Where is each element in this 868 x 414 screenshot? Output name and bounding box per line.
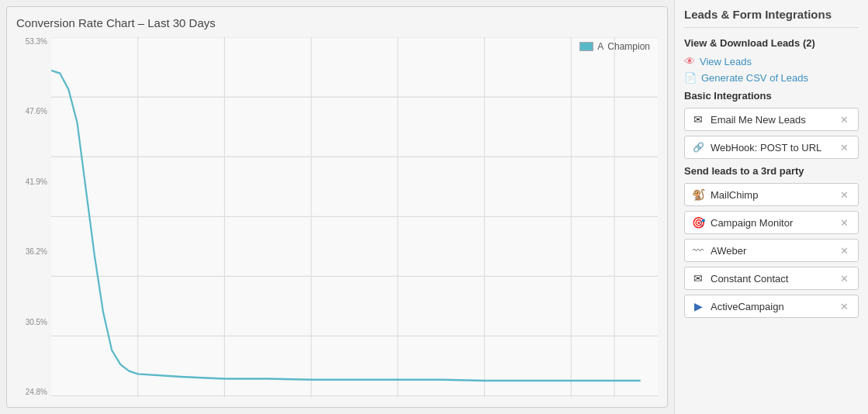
aweber-button[interactable]: 〰 AWeber ✕ (684, 239, 859, 262)
webhook-icon: 🔗 (691, 140, 705, 154)
legend-color (579, 42, 593, 51)
legend-letter: A (597, 41, 603, 52)
aweber-icon: 〰 (691, 243, 705, 257)
view-leads-link[interactable]: 👁 View Leads (684, 55, 859, 67)
webhook-close[interactable]: ✕ (837, 141, 852, 154)
eye-icon: 👁 (684, 55, 695, 67)
csv-icon: 📄 (684, 72, 697, 84)
y-axis: 53.3% 47.6% 41.9% 36.2% 30.5% 24.8% (16, 37, 51, 398)
y-label-4: 30.5% (26, 318, 47, 326)
chart-title: Conversion Rate Chart – Last 30 Days (16, 16, 658, 29)
email-leads-close[interactable]: ✕ (837, 113, 852, 126)
y-label-1: 47.6% (26, 107, 47, 116)
legend-label: Champion (607, 41, 650, 52)
mailchimp-button[interactable]: 🐒 MailChimp ✕ (684, 183, 859, 206)
aweber-label: AWeber (711, 245, 832, 257)
campaign-monitor-button[interactable]: 🎯 Campaign Monitor ✕ (684, 211, 859, 234)
constant-contact-label: Constant Contact (711, 273, 832, 285)
integrations-panel: Leads & Form Integrations View & Downloa… (674, 0, 868, 414)
constant-contact-icon: ✉ (691, 271, 705, 285)
activecampaign-close[interactable]: ✕ (837, 300, 852, 313)
email-leads-button[interactable]: ✉ Email Me New Leads ✕ (684, 108, 859, 131)
chart-svg (51, 37, 658, 398)
y-label-3: 36.2% (26, 247, 47, 256)
thirdparty-section-title: Send leads to a 3rd party (684, 165, 859, 177)
mailchimp-label: MailChimp (711, 189, 832, 201)
activecampaign-label: ActiveCampaign (711, 301, 832, 312)
chart-panel: Conversion Rate Chart – Last 30 Days 53.… (6, 6, 668, 408)
chart-container: 53.3% 47.6% 41.9% 36.2% 30.5% 24.8% A Ch… (16, 37, 658, 398)
webhook-label: WebHook: POST to URL (711, 142, 832, 154)
chart-area: A Champion (51, 37, 658, 398)
csv-leads-link[interactable]: 📄 Generate CSV of Leads (684, 72, 859, 84)
mailchimp-close[interactable]: ✕ (837, 188, 852, 202)
view-leads-label: View Leads (700, 56, 752, 67)
activecampaign-button[interactable]: ▶ ActiveCampaign ✕ (684, 295, 859, 318)
constant-contact-button[interactable]: ✉ Constant Contact ✕ (684, 267, 859, 290)
campaign-monitor-close[interactable]: ✕ (837, 216, 852, 229)
y-label-5: 24.8% (26, 388, 47, 396)
activecampaign-icon: ▶ (691, 299, 705, 313)
aweber-close[interactable]: ✕ (837, 244, 852, 257)
webhook-button[interactable]: 🔗 WebHook: POST to URL ✕ (684, 136, 859, 159)
chart-legend: A Champion (579, 41, 650, 52)
panel-title: Leads & Form Integrations (684, 8, 859, 28)
email-leads-label: Email Me New Leads (711, 114, 832, 126)
y-label-0: 53.3% (26, 37, 47, 46)
constant-contact-close[interactable]: ✕ (837, 272, 852, 285)
basic-section-title: Basic Integrations (684, 90, 859, 102)
campaign-monitor-label: Campaign Monitor (711, 217, 832, 229)
mailchimp-icon: 🐒 (691, 188, 705, 202)
y-label-2: 41.9% (26, 178, 47, 186)
csv-leads-label: Generate CSV of Leads (701, 72, 808, 84)
campaign-monitor-icon: 🎯 (691, 216, 705, 229)
email-icon: ✉ (691, 112, 705, 126)
leads-section-title: View & Download Leads (2) (684, 37, 859, 49)
